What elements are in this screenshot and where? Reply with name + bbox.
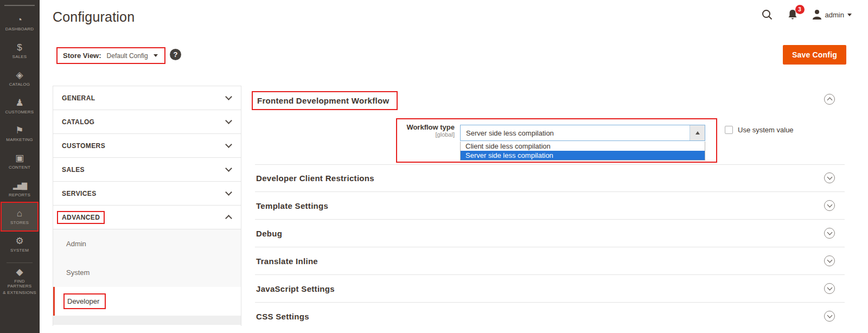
section-title: Translate Inline bbox=[255, 257, 318, 266]
expand-section-button[interactable] bbox=[824, 172, 835, 183]
sidebar-item-stores[interactable]: ⌂ STORES bbox=[2, 203, 37, 230]
config-nav-label: CUSTOMERS bbox=[62, 142, 105, 150]
config-nav-advanced[interactable]: ADVANCED bbox=[53, 206, 241, 229]
chevron-down-icon bbox=[827, 285, 832, 291]
chevron-down-icon bbox=[827, 202, 832, 208]
subnav-item-developer[interactable]: Developer bbox=[53, 287, 241, 316]
sidebar-item-find-partners-extensions[interactable]: ◆ FIND PARTNERS & EXTENSIONS bbox=[2, 267, 37, 295]
config-nav-sales[interactable]: SALES bbox=[53, 158, 241, 182]
sidebar-item-label: CUSTOMERS bbox=[5, 110, 34, 114]
sidebar-item-catalog[interactable]: ◈ CATALOG bbox=[2, 65, 37, 92]
config-nav-label: SERVICES bbox=[62, 190, 97, 197]
marketing-icon: ⚑ bbox=[15, 126, 23, 136]
option-server-side-less-compilation[interactable]: Server side less compilation bbox=[461, 151, 705, 160]
stores-icon: ⌂ bbox=[17, 209, 22, 219]
chevron-down-icon bbox=[225, 165, 232, 172]
section-title: Template Settings bbox=[255, 201, 328, 210]
config-section-nav: GENERAL CATALOG CUSTOMERS SALES SERVICES… bbox=[53, 86, 241, 326]
sidebar-item-customers[interactable]: ♟ CUSTOMERS bbox=[2, 92, 37, 120]
section-template-settings[interactable]: Template Settings bbox=[255, 192, 845, 220]
config-nav-label: CATALOG bbox=[62, 118, 94, 126]
content-icon: ▣ bbox=[15, 153, 24, 163]
nav-bottom-strip bbox=[53, 316, 241, 325]
workflow-type-label: Workflow type bbox=[399, 123, 455, 131]
config-nav-label: ADVANCED bbox=[57, 211, 105, 224]
sidebar-item-label: DASHBOARD bbox=[5, 27, 34, 31]
workflow-type-scope: [global] bbox=[399, 131, 455, 138]
config-nav-catalog[interactable]: CATALOG bbox=[53, 110, 241, 134]
chevron-down-icon bbox=[827, 175, 832, 180]
section-debug[interactable]: Debug bbox=[255, 220, 845, 247]
workflow-type-select[interactable]: Server side less compilation bbox=[460, 125, 705, 141]
page-title: Configuration bbox=[53, 9, 135, 25]
use-system-value-checkbox[interactable] bbox=[725, 126, 733, 134]
magento-logo[interactable] bbox=[4, 5, 35, 6]
help-icon[interactable]: ? bbox=[170, 49, 181, 60]
chevron-up-icon bbox=[827, 98, 832, 103]
save-config-button[interactable]: Save Config bbox=[783, 45, 846, 65]
sidebar-item-marketing[interactable]: ⚑ MARKETING bbox=[2, 120, 37, 148]
section-javascript-settings[interactable]: JavaScript Settings bbox=[255, 275, 845, 303]
chevron-down-icon bbox=[225, 141, 232, 148]
chevron-down-icon bbox=[225, 117, 232, 124]
chevron-down-icon bbox=[827, 313, 832, 318]
section-title: Debug bbox=[255, 229, 282, 238]
sidebar-item-label: CATALOG bbox=[9, 82, 30, 87]
sidebar-item-label: SALES bbox=[12, 54, 27, 59]
sidebar-item-label: CONTENT bbox=[9, 165, 30, 170]
expand-section-button[interactable] bbox=[824, 200, 835, 211]
store-view-label: Store View: bbox=[63, 52, 101, 60]
search-icon[interactable] bbox=[761, 9, 773, 21]
store-view-switcher[interactable]: Store View: Default Config bbox=[56, 47, 165, 64]
section-title-frontend-development-workflow[interactable]: Frontend Development Workflow bbox=[252, 91, 398, 110]
option-client-side-less-compilation[interactable]: Client side less compilation bbox=[461, 142, 705, 151]
header-actions: 3 admin bbox=[761, 9, 852, 21]
workflow-type-dropdown-list: Client side less compilation Server side… bbox=[460, 142, 705, 161]
admin-user-menu[interactable]: admin bbox=[812, 9, 852, 20]
section-translate-inline[interactable]: Translate Inline bbox=[255, 247, 845, 275]
expand-section-button[interactable] bbox=[824, 311, 835, 322]
section-css-settings[interactable]: CSS Settings bbox=[255, 303, 845, 330]
reports-icon: ▂▅▇ bbox=[13, 181, 26, 191]
config-content: Frontend Development Workflow Workflow t… bbox=[255, 86, 845, 333]
extensions-icon: ◆ bbox=[16, 267, 23, 277]
chevron-down-icon bbox=[847, 14, 852, 16]
collapsed-sections: Developer Client Restrictions Template S… bbox=[255, 164, 845, 330]
use-system-value-label: Use system value bbox=[738, 126, 794, 134]
expand-section-button[interactable] bbox=[824, 228, 835, 239]
main-nav-sidebar: ◔ DASHBOARD $ SALES ◈ CATALOG ♟ CUSTOMER… bbox=[0, 0, 40, 333]
page-header: Configuration 3 admin bbox=[40, 0, 868, 34]
config-nav-general[interactable]: GENERAL bbox=[53, 86, 241, 110]
subnav-item-admin[interactable]: Admin bbox=[53, 229, 241, 258]
subnav-item-system[interactable]: System bbox=[53, 258, 241, 287]
system-icon: ⚙ bbox=[15, 236, 23, 246]
triangle-up-icon bbox=[695, 131, 700, 135]
sidebar-item-dashboard[interactable]: ◔ DASHBOARD bbox=[2, 9, 37, 37]
select-arrow-button[interactable] bbox=[690, 125, 705, 140]
workflow-type-label-block: Workflow type [global] bbox=[399, 123, 455, 138]
sidebar-item-content[interactable]: ▣ CONTENT bbox=[2, 148, 37, 175]
config-toolbar: Store View: Default Config ? Save Config bbox=[40, 34, 868, 76]
sidebar-item-reports[interactable]: ▂▅▇ REPORTS bbox=[2, 175, 37, 203]
notification-count-badge: 3 bbox=[795, 5, 805, 14]
workflow-type-selected-value: Server side less compilation bbox=[466, 129, 554, 137]
expand-section-button[interactable] bbox=[824, 255, 835, 266]
sidebar-item-sales[interactable]: $ SALES bbox=[2, 37, 37, 65]
sidebar-divider bbox=[7, 262, 33, 263]
chevron-down-icon bbox=[827, 230, 832, 235]
collapse-section-button[interactable] bbox=[824, 94, 835, 105]
sidebar-item-system[interactable]: ⚙ SYSTEM bbox=[2, 230, 37, 258]
chevron-down-icon bbox=[154, 54, 158, 57]
expand-section-button[interactable] bbox=[824, 283, 835, 294]
notifications-button[interactable]: 3 bbox=[787, 9, 798, 21]
section-title: Developer Client Restrictions bbox=[255, 174, 374, 183]
subnav-item-label: Developer bbox=[63, 293, 106, 309]
section-developer-client-restrictions[interactable]: Developer Client Restrictions bbox=[255, 164, 845, 192]
magento-admin-configuration-page: ◔ DASHBOARD $ SALES ◈ CATALOG ♟ CUSTOMER… bbox=[0, 0, 868, 333]
subnav-item-label: Admin bbox=[66, 240, 86, 248]
customers-icon: ♟ bbox=[15, 98, 23, 108]
sidebar-item-label: & EXTENSIONS bbox=[3, 290, 36, 295]
config-nav-services[interactable]: SERVICES bbox=[53, 182, 241, 206]
store-view-value: Default Config bbox=[107, 52, 148, 60]
config-nav-customers[interactable]: CUSTOMERS bbox=[53, 134, 241, 158]
